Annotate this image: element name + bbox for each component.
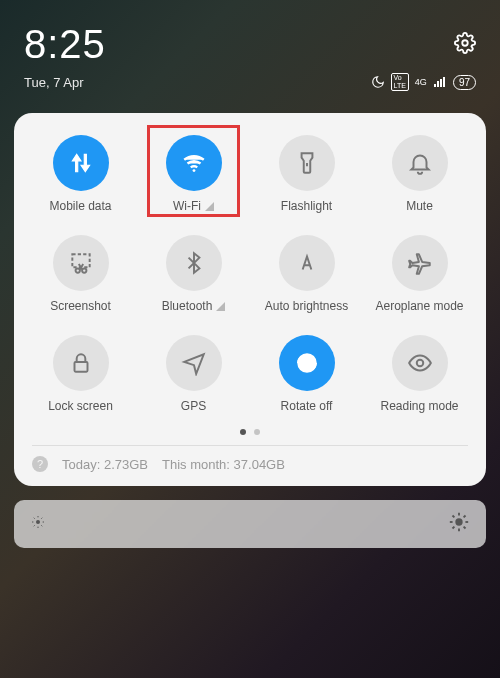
svg-line-24: [452, 515, 454, 517]
signal-icon: [433, 76, 447, 88]
tile-rotate-off[interactable]: Rotate off: [252, 331, 361, 413]
mobile-data-icon: [53, 135, 109, 191]
tile-wifi[interactable]: Wi-Fi: [139, 131, 248, 213]
tile-label: Auto brightness: [265, 299, 348, 313]
tile-reading-mode[interactable]: Reading mode: [365, 331, 474, 413]
brightness-low-icon: [30, 514, 46, 534]
tile-auto-brightness[interactable]: Auto brightness: [252, 231, 361, 313]
tile-label: Rotate off: [281, 399, 333, 413]
tile-screenshot[interactable]: Screenshot: [26, 231, 135, 313]
rotate-lock-icon: [279, 335, 335, 391]
svg-point-9: [416, 360, 423, 367]
bell-icon: [392, 135, 448, 191]
lock-icon: [53, 335, 109, 391]
help-icon: ?: [32, 456, 48, 472]
airplane-icon: [392, 235, 448, 291]
usage-month-value: 37.04GB: [234, 457, 285, 472]
dnd-icon: [371, 75, 385, 89]
tile-label: Mute: [406, 199, 433, 213]
svg-rect-8: [304, 362, 308, 366]
page-indicator[interactable]: [26, 429, 474, 435]
clock: 8:25: [24, 22, 106, 67]
navigation-icon: [166, 335, 222, 391]
page-dot-1: [240, 429, 246, 435]
svg-point-10: [36, 520, 40, 524]
scissors-icon: [53, 235, 109, 291]
tile-aeroplane-mode[interactable]: Aeroplane mode: [365, 231, 474, 313]
volte-icon: VoLTE: [391, 73, 409, 91]
svg-line-26: [452, 527, 454, 529]
svg-line-25: [464, 527, 466, 529]
status-indicators: VoLTE 4G 97: [371, 73, 476, 91]
date: Tue, 7 Apr: [24, 75, 84, 90]
network-type: 4G: [415, 77, 427, 87]
bluetooth-icon: [166, 235, 222, 291]
svg-point-19: [455, 518, 462, 525]
auto-brightness-icon: [279, 235, 335, 291]
tile-label: Aeroplane mode: [375, 299, 463, 313]
wifi-icon: [166, 135, 222, 191]
tile-label: Bluetooth: [162, 299, 213, 313]
tile-label: Flashlight: [281, 199, 332, 213]
tile-label: Lock screen: [48, 399, 113, 413]
eye-icon: [392, 335, 448, 391]
tile-mobile-data[interactable]: Mobile data: [26, 131, 135, 213]
svg-rect-3: [72, 254, 89, 267]
quick-settings-panel: Mobile data Wi-Fi Flashlight Mute: [14, 113, 486, 486]
tile-mute[interactable]: Mute: [365, 131, 474, 213]
divider: [32, 445, 468, 446]
settings-button[interactable]: [454, 32, 476, 58]
tile-flashlight[interactable]: Flashlight: [252, 131, 361, 213]
tile-label: Wi-Fi: [173, 199, 201, 213]
usage-today-label: Today:: [62, 457, 100, 472]
tile-label: Reading mode: [380, 399, 458, 413]
usage-today-value: 2.73GB: [104, 457, 148, 472]
svg-rect-6: [74, 362, 87, 372]
signal-triangle-icon: [216, 302, 225, 311]
status-bar: 8:25 Tue, 7 Apr VoLTE 4G 97: [0, 0, 500, 103]
svg-line-15: [34, 518, 35, 519]
svg-point-0: [462, 40, 468, 46]
tile-gps[interactable]: GPS: [139, 331, 248, 413]
tile-label: Mobile data: [49, 199, 111, 213]
svg-line-27: [464, 515, 466, 517]
usage-month-label: This month:: [162, 457, 230, 472]
signal-triangle-icon: [205, 202, 214, 211]
flashlight-icon: [279, 135, 335, 191]
tile-lock-screen[interactable]: Lock screen: [26, 331, 135, 413]
tile-label: GPS: [181, 399, 206, 413]
svg-line-18: [41, 518, 42, 519]
svg-line-16: [41, 525, 42, 526]
battery-indicator: 97: [453, 75, 476, 90]
brightness-slider[interactable]: [14, 500, 486, 548]
tile-label: Screenshot: [50, 299, 111, 313]
gear-icon: [454, 32, 476, 54]
svg-line-17: [34, 525, 35, 526]
svg-point-1: [192, 169, 195, 172]
data-usage-row[interactable]: ? Today: 2.73GB This month: 37.04GB: [26, 456, 474, 476]
brightness-high-icon: [448, 511, 470, 537]
tile-bluetooth[interactable]: Bluetooth: [139, 231, 248, 313]
page-dot-2: [254, 429, 260, 435]
